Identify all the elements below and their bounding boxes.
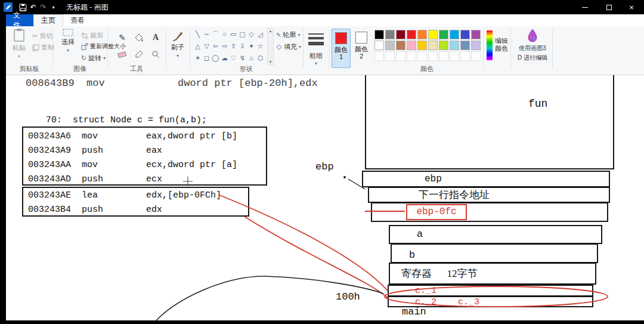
- palette-swatch[interactable]: [407, 30, 416, 39]
- palette-swatch[interactable]: [439, 41, 448, 50]
- shapes-scrollbar[interactable]: ▴ ▾: [267, 28, 274, 65]
- paint3d-button[interactable]: 使用画图3 D 进行编辑: [515, 29, 550, 62]
- palette-swatch[interactable]: [428, 41, 438, 50]
- fun-frame-box: [365, 75, 614, 169]
- palette-swatch[interactable]: [396, 30, 405, 39]
- brushes-button[interactable]: 刷子 ▾: [167, 31, 188, 58]
- shape-rounded-rectangle[interactable]: ▢: [238, 28, 247, 40]
- shape-oval-callout[interactable]: ◯: [211, 52, 220, 64]
- quick-access-dropdown-icon[interactable]: ▾: [49, 2, 58, 12]
- shape-line[interactable]: ╲: [193, 28, 202, 40]
- shape-four-point-star[interactable]: ✦: [247, 40, 256, 52]
- pencil-tool[interactable]: ✎: [116, 31, 129, 44]
- copy-button[interactable]: 复制: [32, 43, 54, 52]
- shape-right-triangle[interactable]: ◿: [256, 28, 265, 40]
- outline-button[interactable]: ✎ 轮廓 ▾: [276, 30, 300, 39]
- palette-swatch[interactable]: [417, 41, 427, 50]
- shape-oval[interactable]: ○: [220, 28, 229, 40]
- cut-label: 剪切: [39, 32, 52, 41]
- shape-cloud[interactable]: ☁: [220, 52, 229, 64]
- paste-button[interactable]: 粘贴 ▾: [7, 28, 31, 59]
- title-bar: ↶ ↷ ▾ 无标题 - 画图: [0, 0, 644, 14]
- shape-down-triangle[interactable]: ▽: [202, 40, 211, 52]
- palette-swatch-empty[interactable]: [396, 51, 405, 61]
- palette-swatch-empty[interactable]: [439, 51, 448, 61]
- size-dropdown-icon: ▾: [303, 61, 329, 66]
- ebp-0fc-label: ebp-0fc: [416, 206, 456, 217]
- outline-dropdown-icon: ▾: [298, 32, 300, 38]
- palette-swatch[interactable]: [460, 30, 470, 39]
- close-button[interactable]: ×: [619, 0, 644, 14]
- magnifier-tool[interactable]: [149, 48, 162, 61]
- scroll-up-icon[interactable]: ▴: [270, 29, 272, 33]
- shape-heart[interactable]: ♡: [229, 52, 238, 64]
- stack-row-a-label: a: [417, 229, 423, 240]
- fill-label: 填充: [284, 42, 297, 51]
- cut-button[interactable]: ✂ 剪切: [32, 32, 52, 41]
- shape-lightning[interactable]: ↯: [238, 52, 247, 64]
- color-picker-tool[interactable]: [132, 48, 145, 61]
- shape-rectangle[interactable]: ▭: [229, 28, 238, 40]
- shape-triangle[interactable]: △: [193, 40, 202, 52]
- palette-swatch[interactable]: [385, 41, 395, 50]
- color1-button[interactable]: 颜色1: [332, 29, 351, 68]
- palette-swatch[interactable]: [385, 30, 395, 39]
- rotate-button[interactable]: ↻ 旋转 ▾: [81, 54, 106, 63]
- redo-button[interactable]: ↷: [39, 2, 48, 12]
- shape-up-arrow[interactable]: ⇧: [229, 40, 238, 52]
- stack-row-registers-label: 寄存器 12字节: [401, 267, 478, 280]
- tab-home[interactable]: 主页: [33, 14, 63, 26]
- maximize-button[interactable]: [596, 0, 621, 14]
- select-button[interactable]: 选择 ▾: [56, 29, 80, 53]
- edit-colors-button[interactable]: 编辑颜色: [494, 37, 509, 53]
- palette-swatch[interactable]: [374, 30, 384, 39]
- shape-five-point-star[interactable]: ☆: [256, 40, 265, 52]
- palette-swatch[interactable]: [396, 41, 405, 50]
- minimize-button[interactable]: [572, 0, 597, 14]
- palette-swatch-empty[interactable]: [428, 51, 438, 61]
- shape-left-arrow[interactable]: ⇦: [211, 40, 220, 52]
- shape-curve[interactable]: ∼: [202, 28, 211, 40]
- shape-diamond[interactable]: ◇: [247, 28, 256, 40]
- palette-swatch[interactable]: [439, 30, 448, 39]
- palette-swatch[interactable]: [407, 41, 416, 50]
- color2-button[interactable]: 颜色2: [352, 29, 371, 68]
- palette-swatch-empty[interactable]: [417, 51, 427, 61]
- palette-swatch[interactable]: [428, 30, 438, 39]
- palette-swatch[interactable]: [450, 30, 459, 39]
- fill-bucket-tool[interactable]: [132, 31, 145, 44]
- outline-label: 轮廓: [283, 30, 296, 39]
- shape-six-point-star[interactable]: ✶: [193, 52, 202, 64]
- palette-swatch[interactable]: [460, 41, 470, 50]
- scroll-down-icon[interactable]: ▾: [270, 60, 272, 64]
- shape-pentagon[interactable]: ⌂: [247, 52, 256, 64]
- palette-swatch-empty[interactable]: [374, 51, 384, 61]
- undo-button[interactable]: ↶: [29, 2, 38, 12]
- paint3d-label-line2: D 进行编辑: [518, 54, 547, 62]
- palette-swatch-empty[interactable]: [460, 51, 470, 61]
- palette-swatch-empty[interactable]: [385, 51, 395, 61]
- palette-swatch-empty[interactable]: [407, 51, 416, 61]
- palette-swatch[interactable]: [450, 41, 459, 50]
- shape-hexagon[interactable]: ⬡: [256, 52, 265, 64]
- ebp-pointer-label: ebp: [315, 161, 334, 172]
- asm-line: 003243A6 mov eax,dword ptr [b]: [28, 129, 266, 144]
- shape-callout[interactable]: ◻: [202, 52, 211, 64]
- palette-swatch[interactable]: [374, 41, 384, 50]
- shape-arc[interactable]: ⌒: [211, 28, 220, 40]
- shape-right-arrow[interactable]: ⇨: [220, 40, 229, 52]
- edit-colors-rainbow-icon[interactable]: [487, 30, 493, 60]
- text-tool[interactable]: A: [149, 31, 162, 44]
- palette-swatch[interactable]: [417, 30, 427, 39]
- crop-button[interactable]: 裁剪: [81, 31, 103, 40]
- tab-file[interactable]: 文件: [6, 14, 33, 26]
- tab-view[interactable]: 查看: [63, 14, 92, 26]
- palette-swatch[interactable]: [471, 30, 481, 39]
- eraser-tool[interactable]: [116, 48, 129, 61]
- palette-swatch-empty[interactable]: [471, 51, 481, 61]
- fill-button[interactable]: 填充 ▾: [276, 42, 301, 51]
- stack-row-c1-label: c._1: [415, 286, 436, 296]
- palette-swatch-empty[interactable]: [450, 51, 459, 61]
- shape-down-arrow[interactable]: ⇩: [238, 40, 247, 52]
- palette-swatch[interactable]: [471, 41, 481, 50]
